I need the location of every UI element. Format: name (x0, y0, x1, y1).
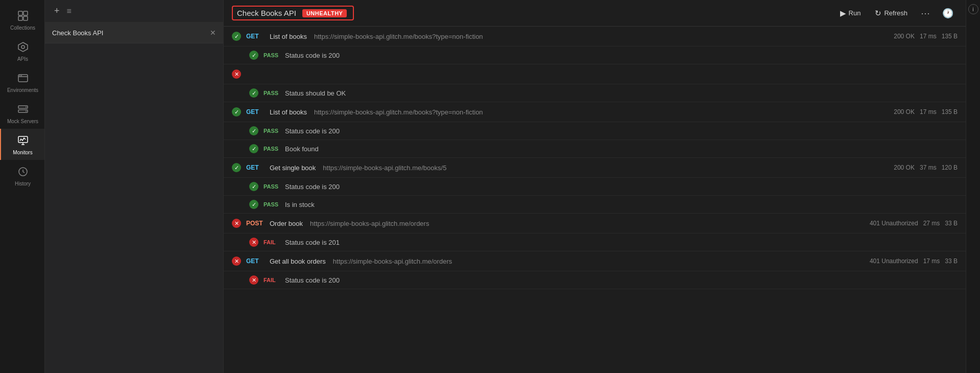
table-row: ✕ GET Get all book orders https://simple… (224, 251, 966, 271)
request-meta: 200 OK 17 ms 135 B (894, 108, 958, 115)
monitor-title-section: Check Books API UNHEALTHY (232, 6, 354, 20)
table-row: ✕ FAIL Status code is 201 (224, 234, 966, 251)
test-label: PASS (264, 183, 280, 190)
test-pass-circle: ✓ (249, 144, 258, 153)
method-badge-get: GET (246, 33, 265, 40)
request-url: https://simple-books-api.glitch.me/order… (333, 258, 452, 265)
svg-point-12 (26, 107, 27, 108)
more-options-button[interactable]: ⋯ (917, 6, 934, 21)
request-name: List of books (270, 108, 307, 116)
history-label: History (15, 181, 31, 187)
environments-label: Environments (7, 87, 38, 94)
request-name: Order book (270, 220, 303, 227)
test-pass-circle: ✓ (249, 126, 258, 135)
table-row: ✕ POST Order book https://simple-books-a… (224, 214, 966, 234)
toolbar: ▶ Run ↻ Refresh ⋯ 🕐 (835, 6, 958, 21)
sidebar-item-collections[interactable]: Collections (0, 4, 44, 35)
environments-icon (17, 73, 29, 85)
svg-point-9 (21, 75, 22, 76)
test-description: Status code is 200 (285, 127, 340, 135)
request-name: List of books (270, 33, 307, 40)
monitors-icon (17, 135, 29, 148)
table-row: ✓ PASS Status code is 200 (224, 178, 966, 196)
request-name: Get all book orders (270, 258, 326, 265)
table-row: ✓ GET List of books https://simple-books… (224, 27, 966, 46)
method-badge-post: POST (246, 220, 265, 227)
monitor-list-panel: + ≡ Check Books API ✕ (45, 0, 224, 373)
sidebar-item-mock-servers[interactable]: Mock Servers (0, 98, 44, 129)
add-monitor-button[interactable]: + (51, 5, 63, 17)
svg-point-13 (26, 111, 27, 112)
info-icon[interactable]: i (968, 4, 978, 14)
test-label: PASS (264, 146, 280, 152)
status-circle-pass: ✓ (232, 107, 241, 116)
history-icon-right[interactable]: 🕐 (938, 6, 958, 21)
main-content: Check Books API UNHEALTHY ▶ Run ↻ Refres… (224, 0, 966, 373)
run-icon: ▶ (840, 9, 846, 18)
svg-point-8 (19, 75, 20, 76)
table-row: ✓ PASS Book found (224, 140, 966, 158)
apis-icon (17, 41, 29, 54)
test-label: PASS (264, 90, 280, 96)
apis-label: APIs (17, 56, 28, 62)
test-description: Status should be OK (285, 89, 346, 97)
refresh-icon: ↻ (875, 9, 881, 18)
test-description: Status code is 201 (285, 239, 340, 246)
test-description: Is in stock (285, 201, 315, 208)
test-label: PASS (264, 128, 280, 134)
results-area: ✓ GET List of books https://simple-books… (224, 27, 966, 373)
monitor-list-item[interactable]: Check Books API ✕ (45, 22, 223, 43)
monitor-close-icon[interactable]: ✕ (210, 29, 216, 37)
table-row: ✕ FAIL Status code is 200 (224, 271, 966, 289)
test-fail-circle: ✕ (249, 275, 258, 285)
test-pass-circle: ✓ (249, 51, 258, 60)
monitors-label: Monitors (13, 150, 32, 156)
monitor-list-header: + ≡ (45, 0, 223, 22)
table-row: ✓ PASS Is in stock (224, 196, 966, 214)
status-badge: UNHEALTHY (302, 9, 347, 17)
svg-point-5 (21, 45, 25, 49)
sidebar-item-environments[interactable]: Environments (0, 66, 44, 98)
status-circle-pass: ✓ (232, 163, 241, 172)
request-url: https://simple-books-api.glitch.me/books… (323, 164, 446, 172)
request-url: https://simple-books-api.glitch.me/order… (310, 220, 429, 227)
status-circle-fail: ✕ (232, 257, 241, 266)
monitor-title: Check Books API (237, 9, 296, 17)
svg-rect-2 (18, 16, 22, 20)
sidebar-item-monitors[interactable]: Monitors (0, 129, 44, 160)
mock-servers-icon (17, 104, 29, 116)
test-description: Book found (285, 145, 319, 153)
test-pass-circle: ✓ (249, 200, 258, 209)
request-name: Get single book (270, 164, 316, 172)
table-row: ✕ (224, 64, 966, 84)
request-url: https://simple-books-api.glitch.me/books… (314, 108, 483, 116)
method-badge-get: GET (246, 164, 265, 171)
table-row: ✓ PASS Status code is 200 (224, 46, 966, 64)
monitor-item-name: Check Books API (52, 29, 103, 37)
method-badge-get: GET (246, 108, 265, 115)
mock-servers-label: Mock Servers (7, 119, 38, 125)
test-label: FAIL (264, 277, 280, 283)
test-label: FAIL (264, 239, 280, 245)
table-row: ✓ PASS Status code is 200 (224, 122, 966, 140)
svg-rect-0 (18, 11, 22, 15)
test-label: PASS (264, 52, 280, 58)
request-meta: 200 OK 37 ms 120 B (894, 164, 958, 171)
svg-marker-4 (18, 42, 28, 52)
sidebar-item-apis[interactable]: APIs (0, 35, 44, 66)
sidebar-item-history[interactable]: History (0, 160, 44, 191)
run-button[interactable]: ▶ Run (835, 6, 866, 20)
table-row: ✓ PASS Status should be OK (224, 84, 966, 102)
filter-icon: ≡ (67, 7, 71, 16)
request-meta: 200 OK 17 ms 135 B (894, 33, 958, 40)
right-info-bar: i (966, 0, 980, 373)
table-row: ✓ GET Get single book https://simple-boo… (224, 158, 966, 178)
test-description: Status code is 200 (285, 183, 340, 191)
svg-rect-1 (23, 11, 28, 15)
status-circle-fail: ✕ (232, 219, 241, 228)
request-meta: 401 Unauthorized 17 ms 33 B (870, 258, 958, 265)
request-url: https://simple-books-api.glitch.me/books… (314, 33, 483, 40)
status-circle-pass: ✓ (232, 32, 241, 41)
test-description: Status code is 200 (285, 276, 340, 284)
refresh-button[interactable]: ↻ Refresh (870, 6, 913, 20)
